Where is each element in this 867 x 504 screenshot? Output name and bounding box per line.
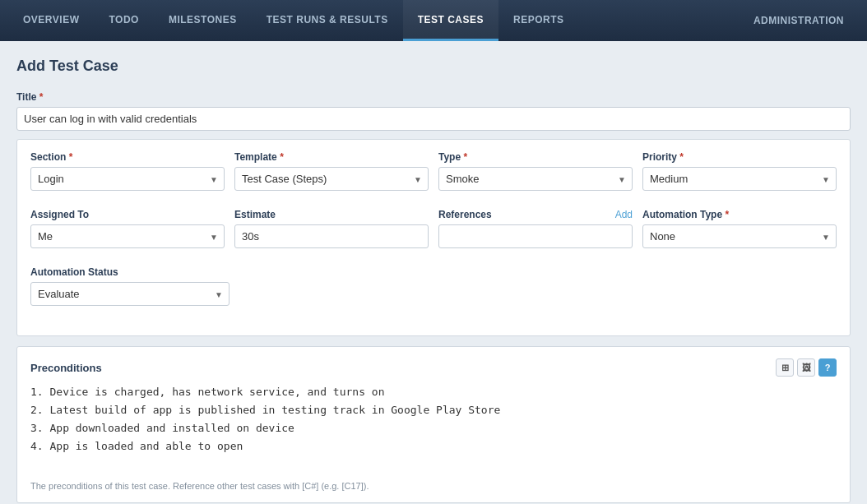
nav-reports[interactable]: REPORTS (498, 0, 579, 41)
main-nav: OVERVIEW TODO MILESTONES TEST RUNS & RES… (0, 0, 867, 41)
preconditions-hint: The preconditions of this test case. Ref… (30, 481, 837, 491)
tool-help-btn[interactable]: ? (818, 358, 837, 377)
references-label-row: References Add (438, 209, 633, 220)
main-content: Add Test Case Title * Section * Login Re… (0, 41, 867, 504)
template-select[interactable]: Test Case (Steps) Test Case Exploratory … (234, 167, 429, 191)
assigned-to-select-wrapper: Me Unassigned ▼ (30, 224, 225, 248)
page-title: Add Test Case (16, 58, 851, 75)
assigned-to-select[interactable]: Me Unassigned (30, 224, 225, 248)
automation-status-field: Automation Status Evaluate Automated Not… (30, 266, 230, 306)
automation-status-label: Automation Status (30, 266, 230, 278)
automation-type-field: Automation Type * None Automated Manual … (642, 209, 837, 248)
template-label: Template * (234, 151, 429, 163)
type-select-wrapper: Smoke Regression Acceptance Functional P… (438, 167, 633, 191)
nav-test-runs[interactable]: TEST RUNS & RESULTS (252, 0, 403, 41)
section-select[interactable]: Login Registration Dashboard (30, 167, 225, 191)
nav-todo[interactable]: TODO (94, 0, 153, 41)
section-select-wrapper: Login Registration Dashboard ▼ (30, 167, 225, 191)
title-section: Title * (16, 91, 851, 131)
template-select-wrapper: Test Case (Steps) Test Case Exploratory … (234, 167, 429, 191)
assigned-to-field: Assigned To Me Unassigned ▼ (30, 209, 225, 248)
estimate-label: Estimate (234, 209, 429, 220)
references-add-link[interactable]: Add (615, 209, 633, 220)
nav-administration[interactable]: ADMINISTRATION (739, 0, 859, 41)
nav-items: OVERVIEW TODO MILESTONES TEST RUNS & RES… (8, 0, 739, 41)
title-label: Title * (16, 91, 851, 103)
priority-select-wrapper: Low Medium High Critical ▼ (642, 167, 837, 191)
estimate-input[interactable] (234, 224, 429, 248)
fields-row-3: Automation Status Evaluate Automated Not… (30, 266, 837, 314)
fields-row-2: Assigned To Me Unassigned ▼ Estimate Ref… (30, 209, 837, 257)
references-label: References (438, 209, 492, 220)
priority-select[interactable]: Low Medium High Critical (642, 167, 837, 191)
type-label: Type * (438, 151, 633, 163)
preconditions-box: Preconditions ⊞ 🖼 ? 1. Device is charged… (16, 346, 851, 503)
fields-row-1: Section * Login Registration Dashboard ▼… (30, 151, 837, 199)
preconditions-title: Preconditions (30, 362, 102, 374)
type-field: Type * Smoke Regression Acceptance Funct… (438, 151, 633, 191)
automation-status-select-wrapper: Evaluate Automated Not Automated ▼ (30, 282, 230, 306)
automation-type-label: Automation Type * (642, 209, 837, 220)
assigned-to-label: Assigned To (30, 209, 225, 220)
references-field: References Add (438, 209, 633, 248)
estimate-field: Estimate (234, 209, 429, 248)
references-input[interactable] (438, 224, 633, 248)
tool-image-btn[interactable]: 🖼 (797, 358, 815, 377)
section-field: Section * Login Registration Dashboard ▼ (30, 151, 225, 191)
tool-table-btn[interactable]: ⊞ (776, 358, 794, 377)
automation-type-select[interactable]: None Automated Manual (642, 224, 837, 248)
nav-test-cases[interactable]: TEST CASES (403, 0, 498, 41)
nav-milestones[interactable]: MILESTONES (154, 0, 252, 41)
priority-label: Priority * (642, 151, 837, 163)
priority-field: Priority * Low Medium High Critical ▼ (642, 151, 837, 191)
template-field: Template * Test Case (Steps) Test Case E… (234, 151, 429, 191)
automation-type-select-wrapper: None Automated Manual ▼ (642, 224, 837, 248)
preconditions-header: Preconditions ⊞ 🖼 ? (30, 358, 837, 377)
title-input[interactable] (16, 107, 851, 131)
nav-overview[interactable]: OVERVIEW (8, 0, 94, 41)
type-select[interactable]: Smoke Regression Acceptance Functional P… (438, 167, 633, 191)
preconditions-textarea[interactable]: 1. Device is charged, has network servic… (30, 383, 837, 474)
section-label: Section * (30, 151, 225, 163)
fields-box: Section * Login Registration Dashboard ▼… (16, 139, 851, 336)
preconditions-tools: ⊞ 🖼 ? (776, 358, 837, 377)
automation-status-select[interactable]: Evaluate Automated Not Automated (30, 282, 230, 306)
